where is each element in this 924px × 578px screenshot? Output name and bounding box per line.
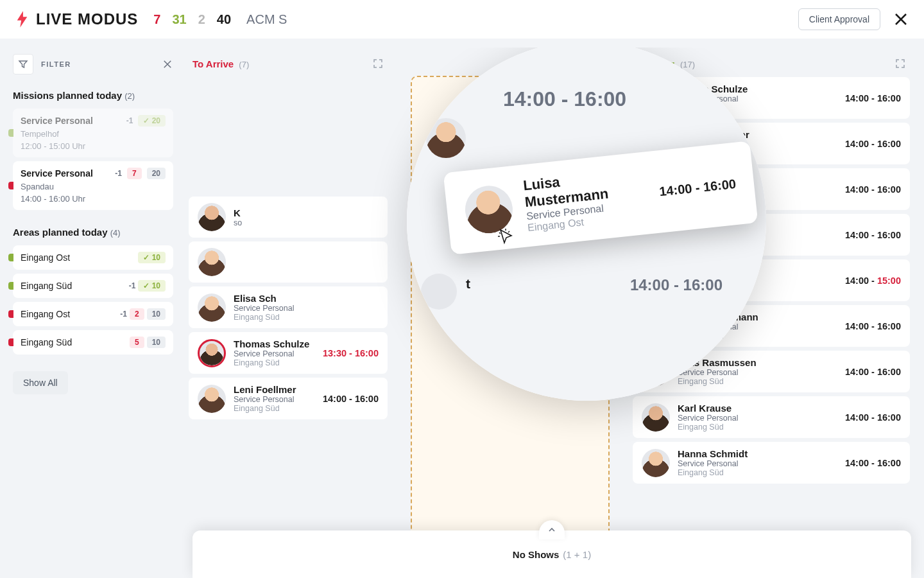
person-role: so xyxy=(234,218,371,227)
person-role: Service Personal xyxy=(678,414,837,423)
person-time: 14:00 - 16:00 xyxy=(845,412,901,423)
dragged-card[interactable]: Luisa Mustermann Service Personal Eingan… xyxy=(443,141,758,254)
avatar xyxy=(642,449,670,477)
header: LIVE MODUS 7 31 2 40 ACM S Client Approv… xyxy=(0,0,924,39)
person-area: Eingang Süd xyxy=(678,423,837,432)
person-name: Leni Foellmer xyxy=(234,384,315,395)
client-approval-button[interactable]: Client Approval xyxy=(798,8,880,30)
stat-pending: 2 xyxy=(198,12,205,27)
drag-time: 14:00 - 16:00 xyxy=(658,176,737,198)
person-time: 14:00 - 16:00 xyxy=(845,367,901,377)
person-name: Thomas Schulze xyxy=(234,338,315,349)
bolt-icon xyxy=(15,10,30,28)
area-item[interactable]: Eingang Ost✓ 10 xyxy=(13,245,173,270)
filter-icon-button[interactable] xyxy=(13,54,33,74)
header-stats: 7 31 2 40 xyxy=(153,12,231,27)
cursor-icon xyxy=(497,227,517,248)
person-area: Eingang Süd xyxy=(234,358,315,367)
avatar xyxy=(198,293,226,322)
areas-heading: Areas planned today (4) xyxy=(13,227,173,238)
chevron-up-icon xyxy=(547,525,556,534)
person-time: 14:00 - 16:00 xyxy=(845,321,901,331)
lens-bigtime: 14:00 - 16:00 xyxy=(503,87,626,111)
person-time: 14:00 - 16:00 xyxy=(845,93,901,103)
sidebar: FILTER Missions planned today (2) Servic… xyxy=(0,48,182,578)
filter-close-icon[interactable] xyxy=(162,58,173,70)
person-name: Elisa Sch xyxy=(234,293,371,304)
filter-label: FILTER xyxy=(41,60,154,68)
noshow-drawer[interactable]: No Shows(1 + 1) xyxy=(193,530,911,578)
person-role: Service Personal xyxy=(678,368,837,377)
missions-list: Service Personal-1✓ 20Tempelhof12:00 - 1… xyxy=(13,109,173,210)
area-item[interactable]: Eingang Süd510 xyxy=(13,330,173,355)
person-time: 14:00 - 16:00 xyxy=(845,230,901,240)
person-time: 14:00 - 16:00 xyxy=(845,458,901,468)
person-card[interactable]: Elisa Sch Service Personal Eingang Süd xyxy=(189,286,388,328)
person-card[interactable]: Hanna Schmidt Service Personal Eingang S… xyxy=(633,442,910,484)
noshow-title: No Shows(1 + 1) xyxy=(513,549,591,560)
person-card[interactable]: Karl Krause Service Personal Eingang Süd… xyxy=(633,396,910,438)
person-time: 14:00 - 16:00 xyxy=(323,394,379,404)
avatar xyxy=(198,203,226,231)
area-item[interactable]: Eingang Süd-1✓ 10 xyxy=(13,274,173,298)
person-role: Service Personal xyxy=(678,459,837,468)
person-name: Karl Krause xyxy=(678,403,837,414)
expand-icon[interactable] xyxy=(894,58,906,69)
filter-bar: FILTER xyxy=(13,54,173,74)
person-area: Eingang Süd xyxy=(234,313,371,322)
funnel-icon xyxy=(18,59,28,69)
person-name: K xyxy=(234,207,371,218)
person-time: 13:30 - 16:00 xyxy=(323,348,379,358)
arrive-list: K so Elisa Sch Service Personal Eingang … xyxy=(189,77,388,419)
person-role: Service Personal xyxy=(234,304,371,313)
project-name[interactable]: ACM S xyxy=(246,12,287,27)
person-time: 14:00 - 16:00 xyxy=(845,139,901,149)
stat-ok: 31 xyxy=(172,12,186,27)
stat-total: 40 xyxy=(217,12,231,27)
person-area: Eingang Süd xyxy=(234,404,315,413)
person-card[interactable] xyxy=(189,241,388,283)
person-name: Hanna Schmidt xyxy=(678,448,837,459)
person-card[interactable]: Thomas Schulze Service Personal Eingang … xyxy=(189,332,388,374)
person-role: Service Personal xyxy=(234,395,315,404)
lens-peek: t 14:00 - 16:00 xyxy=(421,276,626,292)
person-card[interactable]: K so xyxy=(189,197,388,238)
logo: LIVE MODUS xyxy=(15,10,138,28)
column-title-arrive: To Arrive (7) xyxy=(193,58,249,69)
column-to-arrive: To Arrive (7) K so Elisa Sch Service Per… xyxy=(182,48,394,578)
person-time: 14:00 - 15:00 xyxy=(845,276,901,286)
person-role: Service Personal xyxy=(234,349,315,358)
stat-late: 7 xyxy=(153,12,160,27)
magnifier-lens: 14:00 - 16:00 Luisa Mustermann Service P… xyxy=(407,48,766,401)
close-icon[interactable] xyxy=(893,12,909,27)
avatar xyxy=(198,339,226,367)
expand-icon[interactable] xyxy=(372,58,384,69)
avatar xyxy=(198,385,226,413)
person-area: Eingang Süd xyxy=(678,468,837,477)
person-area: Eingang Süd xyxy=(678,377,837,386)
avatar xyxy=(642,403,670,432)
areas-list: Eingang Ost✓ 10Eingang Süd-1✓ 10Eingang … xyxy=(13,245,173,355)
missions-heading: Missions planned today (2) xyxy=(13,90,173,101)
person-card[interactable]: Leni Foellmer Service Personal Eingang S… xyxy=(189,378,388,419)
area-item[interactable]: Eingang Ost-1210 xyxy=(13,302,173,326)
board: To Arrive (7) K so Elisa Sch Service Per… xyxy=(182,48,916,578)
mission-item[interactable]: Service Personal-1✓ 20Tempelhof12:00 - 1… xyxy=(13,109,173,157)
avatar xyxy=(198,248,226,276)
mission-item[interactable]: Service Personal-1720Spandau14:00 - 16:0… xyxy=(13,161,173,210)
person-time: 14:00 - 16:00 xyxy=(845,184,901,195)
app-title: LIVE MODUS xyxy=(36,10,138,28)
show-all-button[interactable]: Show All xyxy=(13,371,68,394)
